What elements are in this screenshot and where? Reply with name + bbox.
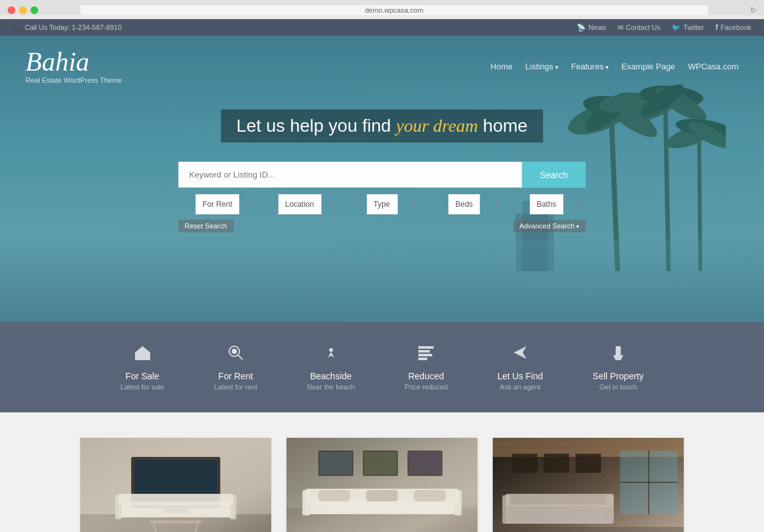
svg-rect-17 (503, 239, 726, 271)
sell-property-icon (593, 344, 644, 366)
features-strip-inner: For Sale Latest for sale For Rent Latest… (96, 337, 668, 397)
browser-maximize-dot[interactable] (31, 6, 38, 14)
listing-card-2[interactable]: g/Mias / Apartment Loft Loft in First Go… (493, 438, 684, 532)
svg-rect-52 (409, 452, 441, 475)
browser-chrome: demo.wpcasa.com ↻ (0, 0, 764, 15)
svg-marker-30 (613, 355, 623, 360)
phone-label: Call Us Today: 1-234-567-8910 (25, 24, 122, 31)
for-rent-subtitle: Latest for rent (214, 383, 257, 391)
svg-rect-59 (414, 490, 446, 501)
feature-for-rent[interactable]: For Rent Latest for rent (201, 337, 270, 397)
for-sale-subtitle: Latest for sale (120, 383, 164, 391)
nav-example-page[interactable]: Example Page (621, 62, 676, 71)
logo-tagline: Real Estate WordPress Theme (25, 76, 122, 84)
for-sale-icon (120, 344, 164, 366)
refresh-icon[interactable]: ↻ (750, 6, 756, 15)
svg-rect-25 (418, 350, 430, 353)
sell-property-subtitle: Get in touch (593, 383, 644, 391)
listing-image-1: EN2 a.u. / Country House (286, 438, 478, 532)
nav-home[interactable]: Home (490, 62, 513, 71)
headline-em: your dream (396, 116, 478, 136)
svg-rect-40 (118, 494, 233, 505)
listing-card-1[interactable]: EN2 a.u. / Country House Splendid Countr… (286, 438, 478, 532)
top-bar: 📞 Call Us Today: 1-234-567-8910 📡 News ✉… (0, 19, 764, 36)
reduced-subtitle: Price reduced (404, 383, 448, 391)
search-main-row: Search (178, 162, 586, 188)
feature-for-sale[interactable]: For Sale Latest for sale (108, 337, 177, 397)
svg-rect-68 (544, 454, 569, 473)
rss-icon: 📡 (577, 24, 586, 32)
headline-text-2: home (478, 116, 528, 136)
listing-image-0: Marbella / Villa (80, 438, 271, 532)
svg-rect-67 (512, 454, 537, 473)
listing-image-2: g/Mias / Apartment Loft (493, 438, 684, 532)
listing-card-0[interactable]: Marbella / Villa Unique Villa With Priva… (80, 438, 271, 532)
beds-select[interactable]: Beds (448, 194, 480, 214)
svg-rect-27 (418, 358, 427, 360)
top-bar-links: 📡 News ✉ Contact Us 🐦 Twitter f Facebook (577, 23, 751, 32)
svg-rect-73 (506, 494, 614, 507)
baths-select[interactable]: Baths (530, 194, 563, 214)
facebook-label: Facebook (721, 24, 751, 31)
svg-marker-19 (135, 346, 150, 353)
search-keyword-input[interactable] (178, 162, 522, 188)
nav-features[interactable]: Features (571, 62, 609, 71)
location-wrapper: Location (260, 194, 339, 214)
phone-icon: 📞 (13, 24, 22, 32)
for-rent-icon (214, 344, 257, 366)
svg-rect-26 (418, 354, 432, 356)
browser-close-dot[interactable] (8, 6, 15, 14)
features-strip: For Sale Latest for sale For Rent Latest… (0, 322, 764, 412)
listings-section: Marbella / Villa Unique Villa With Priva… (0, 412, 764, 532)
svg-marker-28 (514, 346, 527, 359)
feature-let-us-find[interactable]: Let Us Find Ask an agent (485, 337, 556, 397)
beachside-icon (307, 344, 355, 366)
contact-link[interactable]: ✉ Contact Us (618, 24, 660, 32)
feature-sell-property[interactable]: Sell Property Get in touch (580, 337, 656, 397)
nav-listings[interactable]: Listings (525, 62, 558, 71)
for-rent-title: For Rent (214, 371, 257, 381)
search-button[interactable]: Search (522, 162, 586, 188)
svg-rect-50 (364, 452, 397, 475)
header-nav: Bahia Real Estate WordPress Theme Home L… (0, 36, 764, 97)
svg-rect-57 (318, 490, 350, 501)
reset-search-button[interactable]: Reset Search (178, 220, 234, 232)
search-actions-row: Reset Search Advanced Search (178, 220, 586, 232)
svg-rect-24 (418, 346, 434, 349)
reduced-icon (404, 344, 448, 366)
news-link[interactable]: 📡 News (577, 24, 606, 32)
feature-reduced[interactable]: Reduced Price reduced (392, 337, 460, 397)
advanced-search-button[interactable]: Advanced Search (513, 220, 586, 232)
beachside-subtitle: Near the beach (307, 383, 355, 391)
feature-beachside[interactable]: Beachside Near the beach (294, 337, 367, 397)
nav-wpcasa[interactable]: WPCasa.com (688, 62, 739, 71)
facebook-link[interactable]: f Facebook (716, 23, 751, 32)
contact-label: Contact Us (626, 24, 660, 31)
svg-rect-18 (135, 353, 150, 360)
svg-rect-48 (320, 452, 352, 475)
location-select[interactable]: Location (278, 194, 322, 214)
beachside-title: Beachside (307, 371, 355, 381)
svg-rect-74 (493, 527, 684, 532)
twitter-label: Twitter (683, 24, 704, 31)
browser-minimize-dot[interactable] (19, 6, 27, 14)
listings-grid: Marbella / Villa Unique Villa With Priva… (38, 438, 726, 532)
address-bar[interactable]: demo.wpcasa.com (80, 5, 708, 15)
hero-content: Let us help you find your dream home Sea… (0, 97, 764, 232)
svg-point-22 (232, 349, 236, 353)
headline-text-1: Let us help you find (236, 116, 396, 136)
twitter-link[interactable]: 🐦 Twitter (672, 24, 704, 32)
logo-area: Bahia Real Estate WordPress Theme (25, 48, 122, 84)
logo-text[interactable]: Bahia (25, 48, 122, 75)
search-filters-row: For Rent For Sale Location Type (178, 194, 586, 214)
let-us-find-title: Let Us Find (497, 371, 543, 381)
svg-rect-69 (576, 454, 601, 473)
svg-line-21 (238, 355, 243, 360)
news-label: News (588, 24, 606, 31)
hero-headline: Let us help you find your dream home (221, 109, 542, 143)
sell-property-title: Sell Property (593, 371, 644, 381)
for-rent-select[interactable]: For Rent For Sale (195, 194, 239, 214)
for-sale-title: For Sale (120, 371, 164, 381)
type-select[interactable]: Type (367, 194, 398, 214)
type-wrapper: Type (343, 194, 421, 214)
